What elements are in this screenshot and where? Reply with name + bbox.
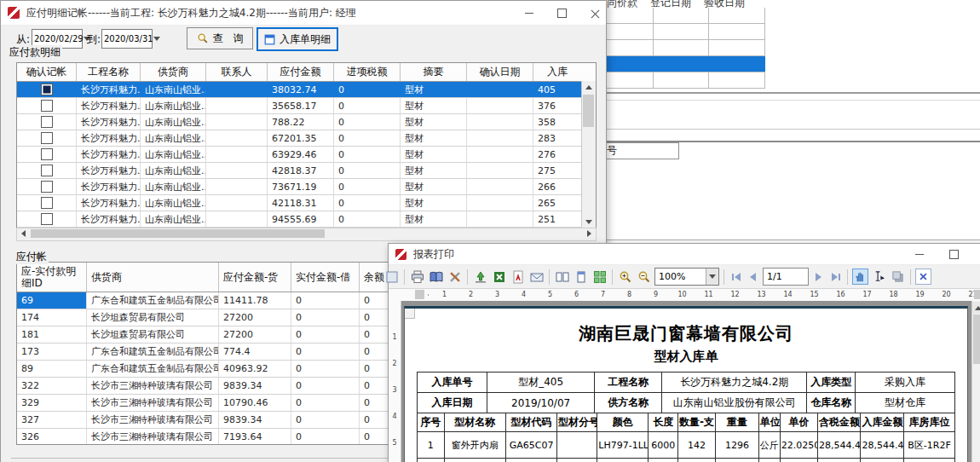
column-header[interactable]: 确认记帐 — [17, 63, 77, 81]
column-header[interactable]: 入库 — [533, 63, 581, 81]
window-icon — [264, 34, 275, 45]
first-page-button[interactable] — [729, 269, 743, 284]
confirm-checkbox[interactable] — [41, 148, 53, 160]
export-pdf-icon[interactable] — [510, 269, 526, 285]
confirm-checkbox[interactable] — [41, 181, 53, 193]
confirm-checkbox[interactable] — [41, 100, 53, 112]
last-page-button[interactable] — [828, 269, 843, 284]
app-icon — [395, 249, 406, 260]
close-button[interactable] — [973, 242, 980, 266]
contract-table-row[interactable] — [597, 72, 765, 89]
report-detail-row: 2窗外开内扇GA65C21 LH797-1LL6000 43404公斤 23.4… — [418, 459, 955, 462]
contract-table-header: 登记日期 — [650, 0, 704, 8]
scrollbar-thumb[interactable] — [583, 95, 594, 127]
table-row[interactable]: 长沙万科魅力... 山东南山铝业... 67201.35 0 型材 283 — [17, 130, 582, 147]
payable-detail-table: 确认记帐 工程名称 供货商 联系人 应付金额 进项税额 摘要 确认日期 入库 长… — [16, 62, 597, 229]
column-header[interactable]: 摘要 — [401, 63, 467, 81]
table-row[interactable]: 长沙万科魅力... 山东南山铝业... 63929.46 0 型材 276 — [17, 147, 582, 163]
column-header[interactable]: 进项税额 — [334, 63, 401, 81]
detail-group-title: 应付款明细 — [8, 45, 62, 60]
hand-tool-button[interactable] — [852, 269, 868, 285]
book-preview-icon[interactable] — [428, 269, 444, 285]
report-design-icon[interactable] — [383, 269, 400, 285]
text-select-tool-button[interactable] — [871, 269, 887, 285]
contract-table-row[interactable] — [597, 56, 765, 72]
contract-table-row[interactable] — [597, 40, 765, 56]
column-header[interactable]: 联系人 — [206, 63, 268, 81]
zoom-out-icon[interactable] — [636, 269, 652, 285]
confirm-checkbox[interactable] — [41, 197, 53, 209]
export-excel-icon[interactable] — [491, 269, 507, 285]
print-icon[interactable] — [409, 269, 425, 285]
copy-page-button[interactable] — [890, 269, 906, 285]
report-detail-row: 1窗外开内扇GA65C07 LH797-1LL6000 1421296公斤 22… — [418, 432, 955, 459]
column-header[interactable]: 应付金额 — [268, 63, 334, 81]
column-header[interactable]: 实付金额-借 — [291, 263, 360, 292]
preview-canvas[interactable]: 湖南巨晟门窗幕墙有限公司 型材入库单 入库单号 型材_405 工程名称 长沙万科… — [401, 301, 971, 462]
close-button[interactable] — [580, 1, 609, 25]
chevron-down-icon[interactable] — [706, 269, 718, 285]
column-header[interactable]: 工程名称 — [77, 63, 141, 81]
confirm-checkbox[interactable] — [41, 213, 53, 225]
table-row[interactable]: 长沙万科魅力... 山东南山铝业... 42818.37 0 型材 275 — [17, 163, 582, 179]
table-row[interactable]: 长沙万科魅力... 山东南山铝业... 73671.19 0 型材 266 — [17, 179, 582, 195]
scroll-left-button[interactable] — [17, 228, 30, 239]
minimize-button[interactable] — [515, 1, 544, 25]
table-row[interactable]: 长沙万科魅力... 山东南山铝业... 42118.31 0 型材 265 — [17, 195, 582, 211]
divider — [597, 100, 980, 101]
close-preview-button[interactable] — [915, 269, 931, 285]
maximize-button[interactable] — [939, 242, 968, 266]
scroll-up-button[interactable] — [582, 81, 596, 94]
zoom-in-icon[interactable] — [617, 269, 633, 285]
maximize-button[interactable] — [547, 1, 576, 25]
page-indicator-input[interactable] — [763, 268, 809, 286]
contract-table-row[interactable] — [597, 24, 765, 40]
search-icon — [197, 32, 209, 44]
column-header[interactable]: 供货商 — [87, 263, 219, 292]
export-icon[interactable] — [472, 269, 488, 285]
email-icon[interactable] — [528, 269, 545, 285]
account-group-title: 应付帐 — [14, 250, 49, 264]
payables-titlebar: 应付明细记帐------当前工程: 长沙万科魅力之城4.2期------当前用户… — [1, 1, 606, 26]
to-date-combo[interactable]: 2020/03/31 — [101, 29, 153, 49]
ruler-origin-marker — [415, 290, 424, 299]
scrollbar-thumb[interactable] — [973, 315, 980, 364]
preview-vertical-scrollbar[interactable] — [971, 301, 980, 462]
report-titlebar: 报表打印 — [389, 244, 980, 265]
confirm-checkbox[interactable] — [41, 132, 53, 144]
scroll-right-button[interactable] — [583, 228, 596, 239]
contract-table-row[interactable] — [597, 8, 765, 24]
table-row[interactable]: 长沙万科魅力... 山东南山铝业... 35658.17 0 型材 376 — [17, 98, 582, 114]
table-row[interactable]: 长沙万科魅力... 山东南山铝业... 38032.74 0 型材 405 — [17, 82, 582, 98]
confirm-checkbox[interactable] — [41, 84, 53, 95]
toolbar-separator — [723, 269, 724, 285]
report-company-title: 湖南巨晟门窗幕墙有限公司 — [405, 322, 967, 345]
column-header[interactable]: 应-实付款明细ID — [17, 263, 87, 292]
table-row[interactable]: 长沙万科魅力... 山东南山铝业... 94555.69 0 型材 251 — [17, 211, 582, 228]
horizontal-scrollbar[interactable] — [16, 228, 597, 241]
zoom-select[interactable]: 100% — [654, 268, 719, 286]
minimize-button[interactable] — [905, 242, 934, 266]
confirm-checkbox[interactable] — [41, 165, 53, 176]
options-icon[interactable] — [447, 269, 463, 285]
column-header[interactable]: 供货商 — [141, 63, 206, 81]
column-header[interactable]: 应付金额-货 — [219, 263, 291, 292]
column-header[interactable]: 确认日期 — [467, 63, 533, 81]
chevron-down-icon[interactable] — [153, 30, 160, 48]
scroll-down-button[interactable] — [582, 216, 596, 228]
scrollbar-thumb[interactable] — [31, 229, 325, 238]
inbound-detail-button[interactable]: 入库单明细 — [257, 27, 338, 51]
query-button[interactable]: 查 询 — [187, 27, 253, 49]
two-page-view-icon[interactable] — [554, 269, 570, 285]
scroll-up-button[interactable] — [972, 302, 980, 314]
table-row[interactable]: 长沙万科魅力... 山东南山铝业... 788.22 0 型材 358 — [17, 114, 582, 130]
vertical-scrollbar[interactable] — [581, 81, 596, 228]
report-print-window: 报表打印 — [388, 243, 980, 462]
toolbar-separator — [612, 269, 613, 285]
single-page-view-icon[interactable] — [573, 269, 589, 285]
multi-page-view-icon[interactable] — [591, 269, 608, 285]
prev-page-button[interactable] — [746, 269, 760, 284]
confirm-checkbox[interactable] — [41, 116, 53, 128]
next-page-button[interactable] — [811, 269, 826, 284]
maximize-icon — [949, 250, 959, 259]
